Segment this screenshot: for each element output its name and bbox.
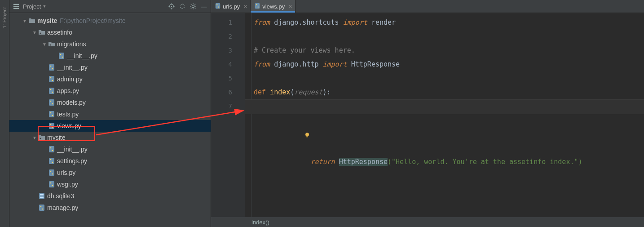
tree-item-db[interactable]: db.sqlite3 <box>9 190 211 202</box>
line-number[interactable]: 7 <box>211 99 245 113</box>
code-line[interactable]: def index(request): <box>254 85 644 99</box>
settings-gear-icon[interactable] <box>189 3 197 10</box>
code-line[interactable] <box>254 71 644 85</box>
svg-point-53 <box>52 185 53 187</box>
tab-urls[interactable]: urls.py ✕ <box>211 0 251 13</box>
line-number[interactable]: 3 <box>211 44 245 58</box>
tree-item-label: mysite <box>37 17 57 24</box>
database-file-icon <box>38 192 45 200</box>
python-file-icon <box>38 204 45 211</box>
tree-item-wsgi[interactable]: wsgi.py <box>9 178 211 190</box>
locate-icon[interactable] <box>168 3 176 10</box>
svg-rect-61 <box>216 3 221 8</box>
svg-rect-56 <box>40 196 44 196</box>
code-line[interactable] <box>254 30 644 44</box>
editor-tabs: urls.py ✕ views.py ✕ <box>211 0 644 13</box>
hide-panel-icon[interactable]: — <box>200 3 208 10</box>
svg-rect-1 <box>13 6 19 7</box>
tree-item-apps[interactable]: apps.py <box>9 85 211 97</box>
folder-icon <box>28 17 35 24</box>
dropdown-caret-icon[interactable]: ▼ <box>42 4 46 9</box>
svg-point-36 <box>50 112 52 114</box>
python-file-icon <box>48 146 55 153</box>
breadcrumb[interactable]: index() <box>251 219 269 226</box>
svg-point-50 <box>52 174 53 175</box>
expand-triangle-icon[interactable]: ▼ <box>32 30 37 35</box>
svg-rect-55 <box>40 194 44 195</box>
svg-point-22 <box>62 57 63 58</box>
tree-item-label: __init__.py <box>57 64 88 71</box>
python-file-icon <box>48 181 55 188</box>
tree-item-settings[interactable]: settings.py <box>9 155 211 167</box>
svg-point-52 <box>50 182 52 184</box>
close-tab-icon[interactable]: ✕ <box>288 4 292 9</box>
expand-triangle-icon[interactable]: ▼ <box>42 42 47 47</box>
svg-line-17 <box>195 4 196 5</box>
project-tree[interactable]: ▼ mysite F:\pythonProject\mysite ▼ asset… <box>9 13 211 227</box>
editor-breadcrumb-bar[interactable]: index() <box>211 217 644 227</box>
tree-item-models[interactable]: models.py <box>9 97 211 108</box>
tree-item-label: manage.py <box>47 204 78 211</box>
tree-item-label: urls.py <box>57 169 75 176</box>
tree-root[interactable]: ▼ mysite F:\pythonProject\mysite <box>9 15 211 27</box>
tree-item-tests[interactable]: tests.py <box>9 108 211 120</box>
tree-item-mysite-init[interactable]: __init__.py <box>9 143 211 155</box>
tree-item-label: wsgi.py <box>57 181 78 188</box>
tree-item-label: admin.py <box>57 76 83 83</box>
tab-views[interactable]: views.py ✕ <box>251 0 296 13</box>
python-file-icon <box>48 87 55 94</box>
tree-item-urls-pkg[interactable]: urls.py <box>9 167 211 178</box>
close-tab-icon[interactable]: ✕ <box>243 4 247 9</box>
line-number-gutter[interactable]: 1 2 3 4 5 6 7 <box>211 13 245 217</box>
svg-line-15 <box>195 8 196 9</box>
project-view-toggle-icon[interactable] <box>12 3 20 10</box>
tree-item-assetinfo[interactable]: ▼ assetinfo <box>9 27 211 38</box>
code-line[interactable]: # Create your views here. <box>254 44 644 58</box>
tree-item-init[interactable]: __init__.py <box>9 62 211 73</box>
tool-window-strip[interactable]: 1: Project <box>0 0 9 227</box>
line-number[interactable]: 5 <box>211 71 245 85</box>
svg-rect-23 <box>49 64 54 71</box>
svg-rect-38 <box>49 123 54 129</box>
project-panel-header: Project ▼ — <box>9 0 211 13</box>
tree-root-hint: F:\pythonProject\mysite <box>60 17 125 24</box>
svg-rect-35 <box>49 111 54 117</box>
expand-triangle-icon[interactable]: ▼ <box>32 135 37 140</box>
line-number[interactable]: 1 <box>211 16 245 30</box>
tree-item-migrations[interactable]: ▼ migrations <box>9 38 211 50</box>
code-line[interactable]: from django.http import HttpResponse <box>254 58 644 71</box>
expand-all-icon[interactable] <box>178 3 186 10</box>
tree-item-views[interactable]: views.py <box>9 120 211 132</box>
python-file-icon <box>215 3 221 10</box>
tree-item-manage[interactable]: manage.py <box>9 202 211 214</box>
svg-point-37 <box>52 115 53 116</box>
svg-rect-51 <box>49 181 54 187</box>
line-number[interactable]: 4 <box>211 58 245 71</box>
svg-point-59 <box>40 206 42 207</box>
svg-rect-20 <box>59 53 64 59</box>
svg-point-28 <box>52 80 53 81</box>
svg-point-34 <box>52 103 53 105</box>
python-file-icon <box>48 76 55 83</box>
code-editor[interactable]: 1 2 3 4 5 6 7 from django.shortcuts impo… <box>211 13 644 217</box>
project-panel-title: Project <box>23 3 41 10</box>
tree-item-label: models.py <box>57 99 86 106</box>
svg-point-9 <box>192 5 194 7</box>
tree-item-admin[interactable]: admin.py <box>9 73 211 85</box>
svg-point-39 <box>50 124 52 125</box>
tree-item-migrations-init[interactable]: __init__.py <box>9 50 211 62</box>
code-line[interactable]: from django.shortcuts import render <box>254 16 644 30</box>
code-area[interactable]: from django.shortcuts import render # Cr… <box>245 13 644 217</box>
tree-item-label: db.sqlite3 <box>47 192 74 200</box>
svg-point-31 <box>52 92 53 93</box>
svg-point-44 <box>52 150 53 151</box>
intention-bulb-icon[interactable] <box>256 132 310 154</box>
line-number[interactable]: 6 <box>211 85 245 99</box>
strip-label-project[interactable]: 1: Project <box>2 7 7 28</box>
code-line[interactable]: return HttpResponse("Hello, world. You'r… <box>254 99 644 113</box>
python-file-icon <box>48 169 55 176</box>
svg-rect-45 <box>49 158 54 164</box>
line-number[interactable]: 2 <box>211 30 245 44</box>
expand-triangle-icon[interactable]: ▼ <box>22 18 27 23</box>
tree-item-mysite-pkg[interactable]: ▼ mysite <box>9 132 211 143</box>
